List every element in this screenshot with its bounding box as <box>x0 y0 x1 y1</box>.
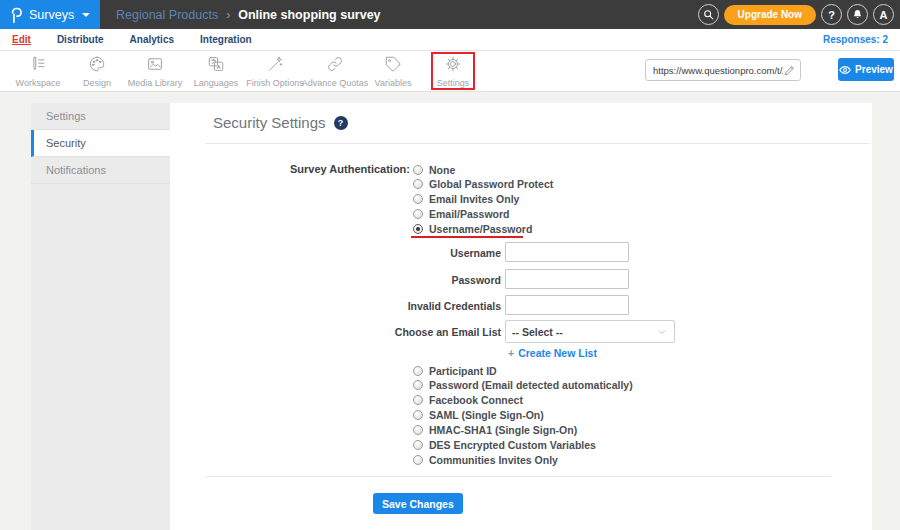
eye-icon <box>839 64 851 76</box>
responses-count[interactable]: Responses: 2 <box>823 34 888 45</box>
email-list-selected-value: -- Select -- <box>512 326 656 338</box>
topbar: Surveys Regional Products › Online shopp… <box>0 0 900 29</box>
tab-analytics[interactable]: Analytics <box>130 34 174 45</box>
sidebar-item-security[interactable]: Security <box>31 130 170 157</box>
breadcrumb-folder-link[interactable]: Regional Products <box>116 8 218 22</box>
upgrade-now-button[interactable]: Upgrade Now <box>724 5 816 25</box>
topbar-actions: Upgrade Now ? A <box>698 0 894 29</box>
survey-nav: Edit Distribute Analytics Integration Re… <box>0 29 900 51</box>
auth-option-communities-invites: Communities Invites Only <box>413 453 558 466</box>
auth-option-des-encrypted: DES Encrypted Custom Variables <box>413 438 596 451</box>
radio-email-invites-only[interactable] <box>413 194 423 204</box>
preview-button[interactable]: Preview <box>838 58 894 81</box>
bell-icon <box>851 8 864 21</box>
survey-url-text: https://www.questionpro.com/t/APNrFZ <box>653 65 783 76</box>
password-label: Password <box>321 274 501 286</box>
variables-tag-icon <box>384 55 402 73</box>
email-list-label: Choose an Email List <box>321 326 501 338</box>
tab-edit[interactable]: Edit <box>12 34 31 45</box>
auth-option-password-email-detected: Password (Email detected automatically) <box>413 378 633 391</box>
tab-integration[interactable]: Integration <box>200 34 252 45</box>
auth-option-email-invites: Email Invites Only <box>413 192 519 205</box>
help-icon[interactable]: ? <box>334 116 348 130</box>
media-library-icon <box>146 55 164 73</box>
settings-highlight-annotation <box>431 52 475 90</box>
create-new-list-link[interactable]: + Create New List <box>508 347 597 359</box>
account-avatar[interactable]: A <box>873 4 894 25</box>
notifications-button[interactable] <box>847 4 868 25</box>
auth-option-username-password: Username/Password <box>413 222 532 235</box>
radio-des-encrypted[interactable] <box>413 440 423 450</box>
auth-option-facebook-connect: Facebook Connect <box>413 393 523 406</box>
questionpro-app: Surveys Regional Products › Online shopp… <box>0 0 900 530</box>
finish-options-wand-icon <box>266 55 284 73</box>
radio-password-email-detected[interactable] <box>413 380 423 390</box>
bottom-divider <box>205 476 831 477</box>
radio-hmac-sha1[interactable] <box>413 425 423 435</box>
email-list-select[interactable]: -- Select -- <box>505 320 675 343</box>
search-button[interactable] <box>698 4 719 25</box>
username-field[interactable] <box>505 242 629 262</box>
breadcrumb-separator: › <box>226 8 230 22</box>
radio-global-password-protect[interactable] <box>413 179 423 189</box>
questionpro-logo-icon <box>10 6 23 24</box>
security-settings-panel: Security Settings ? Survey Authenticatio… <box>170 103 872 530</box>
radio-email-password[interactable] <box>413 209 423 219</box>
auth-option-none: None <box>413 163 455 176</box>
selected-option-underline-annotation <box>411 236 523 238</box>
settings-sidebar: Settings Security Notifications <box>31 103 170 530</box>
design-palette-icon <box>88 55 106 73</box>
survey-authentication-label: Survey Authentication: <box>270 163 410 175</box>
radio-username-password[interactable] <box>413 224 423 234</box>
surveys-product-menu[interactable]: Surveys <box>0 0 100 29</box>
chevron-down-icon <box>656 326 668 338</box>
plus-icon: + <box>508 347 514 359</box>
title-divider <box>205 143 870 144</box>
preview-label: Preview <box>855 64 893 75</box>
radio-communities-invites[interactable] <box>413 455 423 465</box>
tab-distribute[interactable]: Distribute <box>57 34 104 45</box>
sidebar-item-notifications[interactable]: Notifications <box>31 157 170 184</box>
username-label: Username <box>321 247 501 259</box>
invalid-credentials-label: Invalid Credentials <box>321 300 501 312</box>
advance-quotas-chain-icon <box>326 55 344 73</box>
breadcrumb: Regional Products › Online shopping surv… <box>116 0 381 29</box>
edit-toolbar: Workspace Design Media Library Languages… <box>0 51 900 92</box>
survey-url-field[interactable]: https://www.questionpro.com/t/APNrFZ <box>645 59 801 81</box>
languages-icon <box>207 55 225 73</box>
password-field[interactable] <box>505 269 629 289</box>
help-button[interactable]: ? <box>821 4 842 25</box>
sidebar-item-settings[interactable]: Settings <box>31 103 170 130</box>
radio-none[interactable] <box>413 165 423 175</box>
auth-option-hmac-sha1: HMAC-SHA1 (Single Sign-On) <box>413 423 577 436</box>
page-title: Security Settings <box>213 114 326 131</box>
radio-participant-id[interactable] <box>413 366 423 376</box>
save-changes-button[interactable]: Save Changes <box>373 493 463 514</box>
auth-option-email-password: Email/Password <box>413 207 510 220</box>
radio-facebook-connect[interactable] <box>413 395 423 405</box>
product-menu-label: Surveys <box>29 8 74 22</box>
auth-option-saml: SAML (Single Sign-On) <box>413 408 544 421</box>
breadcrumb-survey-name: Online shopping survey <box>238 8 380 22</box>
caret-down-icon <box>82 13 90 17</box>
auth-option-participant-id: Participant ID <box>413 364 497 377</box>
workspace-icon <box>29 55 47 73</box>
search-icon <box>702 8 715 21</box>
radio-saml[interactable] <box>413 410 423 420</box>
auth-option-global-password: Global Password Protect <box>413 177 553 190</box>
invalid-credentials-field[interactable] <box>505 295 629 315</box>
pencil-icon[interactable] <box>783 64 796 77</box>
